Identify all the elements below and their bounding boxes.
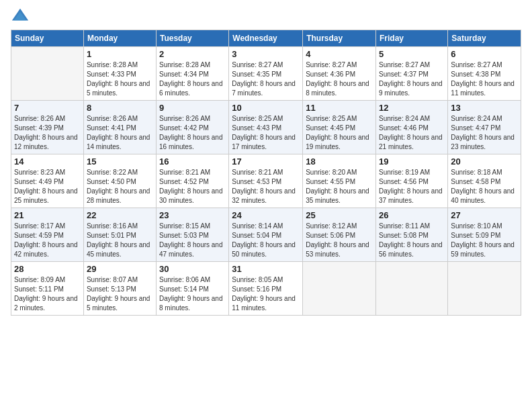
day-detail: Sunrise: 8:23 AMSunset: 4:49 PMDaylight:…	[14, 168, 81, 205]
weekday-header-cell: Monday	[83, 30, 156, 47]
weekday-header-cell: Thursday	[303, 30, 376, 47]
calendar-day-cell: 7Sunrise: 8:26 AMSunset: 4:39 PMDaylight…	[11, 101, 84, 154]
day-number: 22	[87, 210, 153, 220]
day-number: 9	[159, 103, 226, 113]
day-detail: Sunrise: 8:14 AMSunset: 5:04 PMDaylight:…	[232, 222, 300, 259]
day-number: 29	[87, 264, 153, 274]
weekday-header-cell: Sunday	[11, 30, 84, 47]
day-number: 23	[159, 210, 226, 220]
day-number: 14	[14, 156, 81, 167]
day-number: 26	[379, 210, 445, 220]
day-detail: Sunrise: 8:27 AMSunset: 4:37 PMDaylight:…	[379, 60, 445, 98]
day-detail: Sunrise: 8:28 AMSunset: 4:33 PMDaylight:…	[87, 60, 153, 98]
calendar-day-cell	[11, 47, 84, 101]
calendar-day-cell: 25Sunrise: 8:12 AMSunset: 5:06 PMDayligh…	[303, 208, 376, 262]
day-number: 28	[14, 264, 81, 274]
day-detail: Sunrise: 8:24 AMSunset: 4:46 PMDaylight:…	[379, 114, 445, 152]
day-detail: Sunrise: 8:19 AMSunset: 4:56 PMDaylight:…	[379, 168, 445, 205]
calendar-day-cell: 30Sunrise: 8:06 AMSunset: 5:14 PMDayligh…	[156, 262, 228, 316]
day-detail: Sunrise: 8:27 AMSunset: 4:38 PMDaylight:…	[451, 60, 518, 98]
calendar-day-cell: 31Sunrise: 8:05 AMSunset: 5:16 PMDayligh…	[229, 262, 303, 316]
weekday-header-cell: Tuesday	[156, 30, 228, 47]
calendar-day-cell: 21Sunrise: 8:17 AMSunset: 4:59 PMDayligh…	[11, 208, 84, 262]
logo-icon	[11, 7, 30, 26]
day-detail: Sunrise: 8:18 AMSunset: 4:58 PMDaylight:…	[451, 168, 518, 205]
day-detail: Sunrise: 8:15 AMSunset: 5:03 PMDaylight:…	[159, 222, 226, 259]
day-detail: Sunrise: 8:21 AMSunset: 4:52 PMDaylight:…	[159, 168, 226, 205]
calendar-day-cell	[376, 262, 448, 316]
day-detail: Sunrise: 8:17 AMSunset: 4:59 PMDaylight:…	[14, 222, 81, 259]
day-detail: Sunrise: 8:05 AMSunset: 5:16 PMDaylight:…	[232, 275, 300, 313]
day-detail: Sunrise: 8:26 AMSunset: 4:42 PMDaylight:…	[159, 114, 226, 152]
weekday-header-row: SundayMondayTuesdayWednesdayThursdayFrid…	[11, 30, 521, 47]
calendar-day-cell: 8Sunrise: 8:26 AMSunset: 4:41 PMDaylight…	[83, 101, 156, 154]
calendar-day-cell: 12Sunrise: 8:24 AMSunset: 4:46 PMDayligh…	[376, 101, 448, 154]
day-detail: Sunrise: 8:12 AMSunset: 5:06 PMDaylight:…	[306, 222, 373, 259]
calendar-day-cell: 27Sunrise: 8:10 AMSunset: 5:09 PMDayligh…	[448, 208, 521, 262]
calendar-day-cell: 28Sunrise: 8:09 AMSunset: 5:11 PMDayligh…	[11, 262, 84, 316]
day-number: 20	[451, 156, 518, 167]
day-detail: Sunrise: 8:22 AMSunset: 4:50 PMDaylight:…	[87, 168, 153, 205]
day-detail: Sunrise: 8:28 AMSunset: 4:34 PMDaylight:…	[159, 60, 226, 98]
day-detail: Sunrise: 8:06 AMSunset: 5:14 PMDaylight:…	[159, 275, 226, 313]
day-number: 2	[159, 49, 226, 59]
calendar-day-cell: 20Sunrise: 8:18 AMSunset: 4:58 PMDayligh…	[448, 154, 521, 208]
calendar-day-cell: 6Sunrise: 8:27 AMSunset: 4:38 PMDaylight…	[448, 47, 521, 101]
calendar-day-cell: 14Sunrise: 8:23 AMSunset: 4:49 PMDayligh…	[11, 154, 84, 208]
day-detail: Sunrise: 8:07 AMSunset: 5:13 PMDaylight:…	[87, 275, 153, 313]
day-number: 25	[306, 210, 373, 220]
day-number: 8	[87, 103, 153, 113]
calendar-day-cell: 13Sunrise: 8:24 AMSunset: 4:47 PMDayligh…	[448, 101, 521, 154]
calendar-day-cell: 19Sunrise: 8:19 AMSunset: 4:56 PMDayligh…	[376, 154, 448, 208]
day-number: 7	[14, 103, 81, 113]
day-detail: Sunrise: 8:26 AMSunset: 4:41 PMDaylight:…	[87, 114, 153, 152]
day-number: 18	[306, 156, 373, 167]
calendar-week-row: 14Sunrise: 8:23 AMSunset: 4:49 PMDayligh…	[11, 154, 521, 208]
calendar-day-cell: 10Sunrise: 8:25 AMSunset: 4:43 PMDayligh…	[229, 101, 303, 154]
day-number: 6	[451, 49, 518, 59]
calendar-table: SundayMondayTuesdayWednesdayThursdayFrid…	[11, 30, 521, 316]
calendar-day-cell: 23Sunrise: 8:15 AMSunset: 5:03 PMDayligh…	[156, 208, 228, 262]
day-detail: Sunrise: 8:25 AMSunset: 4:45 PMDaylight:…	[306, 114, 373, 152]
calendar-day-cell: 17Sunrise: 8:21 AMSunset: 4:53 PMDayligh…	[229, 154, 303, 208]
calendar-week-row: 1Sunrise: 8:28 AMSunset: 4:33 PMDaylight…	[11, 47, 521, 101]
day-number: 30	[159, 264, 226, 274]
day-number: 10	[232, 103, 300, 113]
calendar-day-cell	[448, 262, 521, 316]
calendar-day-cell: 26Sunrise: 8:11 AMSunset: 5:08 PMDayligh…	[376, 208, 448, 262]
weekday-header-cell: Saturday	[448, 30, 521, 47]
calendar-day-cell: 2Sunrise: 8:28 AMSunset: 4:34 PMDaylight…	[156, 47, 228, 101]
weekday-header-cell: Wednesday	[229, 30, 303, 47]
calendar-day-cell: 11Sunrise: 8:25 AMSunset: 4:45 PMDayligh…	[303, 101, 376, 154]
calendar-day-cell: 24Sunrise: 8:14 AMSunset: 5:04 PMDayligh…	[229, 208, 303, 262]
calendar-day-cell: 22Sunrise: 8:16 AMSunset: 5:01 PMDayligh…	[83, 208, 156, 262]
calendar-day-cell: 29Sunrise: 8:07 AMSunset: 5:13 PMDayligh…	[83, 262, 156, 316]
calendar-day-cell	[303, 262, 376, 316]
day-detail: Sunrise: 8:20 AMSunset: 4:55 PMDaylight:…	[306, 168, 373, 205]
logo	[11, 7, 32, 26]
calendar-day-cell: 16Sunrise: 8:21 AMSunset: 4:52 PMDayligh…	[156, 154, 228, 208]
day-number: 3	[232, 49, 300, 59]
calendar-day-cell: 5Sunrise: 8:27 AMSunset: 4:37 PMDaylight…	[376, 47, 448, 101]
day-number: 15	[87, 156, 153, 167]
calendar-day-cell: 1Sunrise: 8:28 AMSunset: 4:33 PMDaylight…	[83, 47, 156, 101]
day-detail: Sunrise: 8:16 AMSunset: 5:01 PMDaylight:…	[87, 222, 153, 259]
day-number: 31	[232, 264, 300, 274]
day-detail: Sunrise: 8:11 AMSunset: 5:08 PMDaylight:…	[379, 222, 445, 259]
calendar-week-row: 21Sunrise: 8:17 AMSunset: 4:59 PMDayligh…	[11, 208, 521, 262]
day-detail: Sunrise: 8:26 AMSunset: 4:39 PMDaylight:…	[14, 114, 81, 152]
day-number: 13	[451, 103, 518, 113]
day-number: 5	[379, 49, 445, 59]
day-number: 19	[379, 156, 445, 167]
day-number: 11	[306, 103, 373, 113]
day-number: 27	[451, 210, 518, 220]
calendar-day-cell: 4Sunrise: 8:27 AMSunset: 4:36 PMDaylight…	[303, 47, 376, 101]
calendar-week-row: 28Sunrise: 8:09 AMSunset: 5:11 PMDayligh…	[11, 262, 521, 316]
day-detail: Sunrise: 8:09 AMSunset: 5:11 PMDaylight:…	[14, 275, 81, 313]
calendar-week-row: 7Sunrise: 8:26 AMSunset: 4:39 PMDaylight…	[11, 101, 521, 154]
day-number: 1	[87, 49, 153, 59]
calendar-day-cell: 3Sunrise: 8:27 AMSunset: 4:35 PMDaylight…	[229, 47, 303, 101]
day-number: 24	[232, 210, 300, 220]
day-number: 12	[379, 103, 445, 113]
day-detail: Sunrise: 8:24 AMSunset: 4:47 PMDaylight:…	[451, 114, 518, 152]
